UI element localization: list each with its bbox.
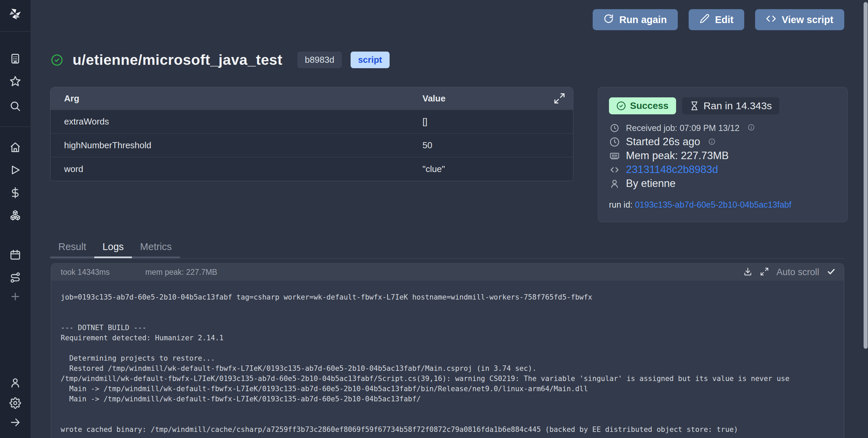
hash-badge: b8983d [297, 52, 342, 68]
tab-result[interactable]: Result [50, 238, 94, 258]
tab-metrics[interactable]: Metrics [132, 238, 180, 258]
code-icon [609, 165, 620, 175]
clock-icon [609, 137, 620, 147]
windmill-run-page: Run again Edit View script u/e [0, 0, 868, 438]
search-icon[interactable] [0, 99, 31, 113]
table-row: highNumberThreshold 50 [51, 133, 573, 157]
edit-button[interactable]: Edit [689, 9, 745, 30]
code-icon [766, 14, 776, 26]
success-check-circle-icon [51, 54, 63, 66]
arg-name: highNumberThreshold [51, 140, 422, 151]
arg-name: extraWords [51, 116, 422, 127]
info-icon[interactable] [708, 136, 715, 148]
favorites-star-icon[interactable] [0, 74, 31, 88]
log-panel: took 14343ms mem peak: 227.7MB Auto scro… [51, 263, 844, 438]
windmill-logo[interactable] [0, 5, 31, 24]
runs-play-icon[interactable] [0, 163, 31, 177]
log-mem-peak: mem peak: 227.7MB [145, 268, 217, 277]
settings-gear-icon[interactable] [0, 396, 31, 410]
status-badge: Success [609, 97, 676, 114]
by-row: By etienne [609, 177, 836, 190]
expand-icon[interactable] [553, 92, 566, 104]
mem-peak-label: Mem peak: 227.73MB [626, 150, 729, 162]
pencil-icon [699, 14, 710, 26]
autoscroll-label: Auto scroll [776, 267, 819, 278]
arg-value: [] [422, 116, 573, 127]
script-kind-badge: script [351, 52, 390, 68]
collapse-arrow-right-icon[interactable] [0, 416, 31, 429]
script-hash-link[interactable]: 23131148c2b8983d [626, 164, 718, 176]
run-id-label: run id: [609, 200, 635, 209]
toolbar: Run again Edit View script [593, 9, 844, 30]
arg-name: word [51, 164, 422, 174]
view-script-button[interactable]: View script [755, 9, 844, 30]
schedules-calendar-icon[interactable] [0, 248, 31, 262]
tab-logs[interactable]: Logs [94, 238, 132, 258]
status-label: Success [630, 100, 669, 111]
table-row: word "clue" [51, 157, 573, 181]
download-icon[interactable] [743, 267, 752, 278]
add-plus-icon[interactable] [0, 290, 31, 303]
status-row: Success Ran in 14.343s [609, 97, 836, 114]
autoscroll-checkbox[interactable] [827, 267, 836, 278]
duration-label: Ran in 14.343s [704, 100, 772, 112]
user-icon[interactable] [0, 376, 31, 389]
tabs-bar: Result Logs Metrics [50, 238, 844, 259]
log-took: took 14343ms [61, 268, 110, 277]
clock-icon [609, 123, 620, 133]
home-icon[interactable] [0, 140, 31, 154]
sidebar [0, 0, 31, 438]
script-hash-row: 23131148c2b8983d [609, 164, 836, 176]
info-icon[interactable] [748, 123, 755, 133]
mem-peak-row: Mem peak: 227.73MB [609, 150, 836, 162]
log-actions: Auto scroll [743, 267, 836, 278]
user-icon [609, 178, 620, 189]
log-content: job=0193c135-ab7d-60e5-2b10-04b5ac13fabf… [51, 281, 844, 435]
arg-value: "clue" [422, 164, 573, 174]
value-column-header: Value [422, 93, 573, 104]
run-again-button[interactable]: Run again [593, 9, 677, 30]
expand-icon[interactable] [760, 267, 769, 278]
title-row: u/etienne/microsoft_java_test b8983d scr… [51, 52, 390, 68]
page-scrollbar-thumb[interactable] [864, 2, 868, 349]
sidebar-divider [0, 31, 31, 32]
view-script-label: View script [782, 14, 833, 25]
hourglass-icon [690, 101, 699, 111]
run-id-row: run id: 0193c135-ab7d-60e5-2b10-04b5ac13… [609, 200, 836, 210]
received-label: Received job: 07:09 PM 13/12 [626, 123, 739, 133]
check-icon [827, 267, 836, 276]
started-label: Started 26s ago [626, 136, 700, 148]
args-table-header: Arg Value [51, 87, 573, 110]
memory-icon [609, 151, 620, 161]
by-label: By etienne [626, 177, 676, 190]
variables-dollar-icon[interactable] [0, 186, 31, 199]
page-title: u/etienne/microsoft_java_test [73, 52, 282, 68]
duration-chip: Ran in 14.343s [682, 97, 780, 114]
job-info-panel: Success Ran in 14.343s Received job: 07:… [598, 87, 848, 222]
routes-icon[interactable] [0, 271, 31, 284]
log-panel-header: took 14343ms mem peak: 227.7MB Auto scro… [51, 264, 844, 281]
check-circle-icon [616, 101, 626, 111]
run-again-label: Run again [619, 14, 667, 25]
sidebar-divider [0, 127, 31, 127]
started-row: Started 26s ago [609, 136, 836, 148]
arg-column-header: Arg [51, 93, 422, 104]
table-row: extraWords [] [51, 110, 573, 133]
edit-label: Edit [715, 14, 734, 25]
run-id-link[interactable]: 0193c135-ab7d-60e5-2b10-04b5ac13fabf [635, 200, 791, 209]
arg-value: 50 [422, 140, 573, 151]
refresh-icon [604, 14, 614, 26]
resources-boxes-icon[interactable] [0, 208, 31, 222]
workspace-building-icon[interactable] [0, 52, 31, 65]
received-row: Received job: 07:09 PM 13/12 [609, 123, 836, 133]
args-table: Arg Value extraWords [] highNumberThresh… [50, 87, 573, 181]
